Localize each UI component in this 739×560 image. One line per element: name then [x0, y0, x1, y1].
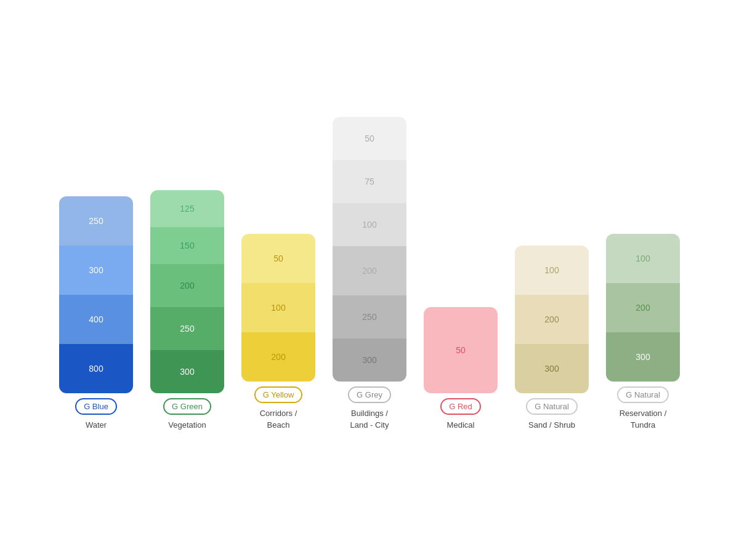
category-label-medical: Medical	[447, 420, 475, 431]
bar-stack-buildings-land-city: 5075100200250300	[333, 117, 406, 382]
bar-stack-water: 250300400800	[59, 196, 133, 393]
segment-vegetation-200: 200	[150, 264, 224, 307]
category-label-sand-shrub: Sand / Shrub	[528, 420, 575, 431]
category-label-water: Water	[86, 420, 107, 431]
bar-group-water: 250300400800G BlueWater	[59, 196, 133, 431]
segment-reservation-tundra-200: 200	[606, 283, 680, 332]
bar-stack-sand-shrub: 100200300	[515, 246, 589, 393]
segment-sand-shrub-100: 100	[515, 246, 589, 295]
color-label-vegetation: G Green	[163, 398, 211, 415]
color-label-reservation-tundra: G Natural	[617, 386, 669, 403]
color-label-sand-shrub: G Natural	[526, 398, 578, 415]
segment-buildings-land-city-75: 75	[333, 160, 406, 203]
segment-reservation-tundra-100: 100	[606, 234, 680, 283]
segment-vegetation-150: 150	[150, 227, 224, 264]
segment-water-400: 400	[59, 295, 133, 344]
segment-vegetation-300: 300	[150, 350, 224, 393]
segment-vegetation-125: 125	[150, 190, 224, 227]
category-label-reservation-tundra: Reservation /Tundra	[620, 408, 667, 430]
segment-water-800: 800	[59, 344, 133, 393]
segment-buildings-land-city-50: 50	[333, 117, 406, 160]
segment-sand-shrub-200: 200	[515, 295, 589, 344]
bar-stack-medical: 50	[424, 307, 498, 393]
color-label-medical: G Red	[440, 398, 481, 415]
bar-stack-reservation-tundra: 100200300	[606, 234, 680, 382]
segment-buildings-land-city-300: 300	[333, 338, 406, 382]
color-label-buildings-land-city: G Grey	[348, 386, 391, 403]
segment-reservation-tundra-300: 300	[606, 332, 680, 382]
bar-stack-corridors-beach: 50100200	[241, 234, 315, 382]
color-label-corridors-beach: G Yellow	[254, 386, 303, 403]
segment-corridors-beach-200: 200	[241, 332, 315, 382]
chart-container: 250300400800G BlueWater125150200250300G …	[10, 80, 729, 479]
category-label-buildings-land-city: Buildings /Land - City	[350, 408, 389, 430]
segment-buildings-land-city-250: 250	[333, 295, 406, 338]
bar-group-corridors-beach: 50100200G YellowCorridors /Beach	[241, 234, 315, 430]
segment-corridors-beach-100: 100	[241, 283, 315, 332]
bar-group-reservation-tundra: 100200300G NaturalReservation /Tundra	[606, 234, 680, 430]
bar-stack-vegetation: 125150200250300	[150, 190, 224, 393]
bar-group-sand-shrub: 100200300G NaturalSand / Shrub	[515, 246, 589, 431]
bar-group-vegetation: 125150200250300G GreenVegetation	[150, 190, 224, 431]
segment-corridors-beach-50: 50	[241, 234, 315, 283]
category-label-vegetation: Vegetation	[168, 420, 206, 431]
bar-group-medical: 50G RedMedical	[424, 307, 498, 431]
bar-group-buildings-land-city: 5075100200250300G GreyBuildings /Land - …	[333, 117, 406, 430]
segment-sand-shrub-300: 300	[515, 344, 589, 393]
segment-water-250: 250	[59, 196, 133, 246]
segment-vegetation-250: 250	[150, 307, 224, 350]
category-label-corridors-beach: Corridors /Beach	[260, 408, 297, 430]
segment-buildings-land-city-100: 100	[333, 203, 406, 246]
segment-medical-50: 50	[424, 307, 498, 393]
segment-water-300: 300	[59, 246, 133, 295]
color-label-water: G Blue	[75, 398, 117, 415]
segment-buildings-land-city-200: 200	[333, 246, 406, 295]
